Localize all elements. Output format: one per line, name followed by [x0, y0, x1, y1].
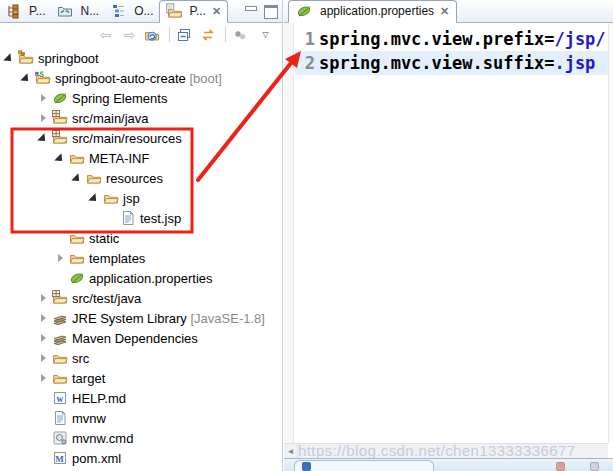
tree-item-templates[interactable]: templates: [0, 248, 282, 268]
focus-view-icon[interactable]: [233, 26, 250, 43]
tree-item-label: springboot: [38, 51, 99, 66]
svg-text:w: w: [57, 394, 64, 404]
go-into-folder-icon[interactable]: [145, 26, 162, 43]
caret-collapsed-icon[interactable]: [38, 372, 51, 385]
left-tab-bar: P... N... O... P... ✕: [0, 0, 282, 23]
caret-collapsed-icon[interactable]: [38, 332, 51, 345]
caret-spacer: [38, 432, 51, 445]
property-key: spring.mvc.view.suffix=: [319, 51, 554, 75]
package-explorer-icon: [166, 3, 182, 19]
caret-expanded-icon[interactable]: [21, 72, 34, 85]
tab-package-explorer[interactable]: P... ✕: [159, 0, 228, 23]
svg-text:S: S: [40, 70, 45, 79]
caret-collapsed-icon[interactable]: [38, 312, 51, 325]
tree-item-resources[interactable]: resources: [0, 168, 282, 188]
caret-expanded-icon[interactable]: [4, 52, 17, 65]
caret-collapsed-icon[interactable]: [38, 92, 51, 105]
caret-expanded-icon[interactable]: [89, 192, 102, 205]
cmd-file-icon: [52, 430, 68, 446]
link-with-editor-icon[interactable]: [201, 26, 218, 43]
editor-tab-application-properties[interactable]: application.properties ✕: [288, 0, 457, 23]
tree-body: springbootMSspringboot-auto-create [boot…: [0, 48, 282, 471]
tree-item-test-jsp[interactable]: test.jsp: [0, 208, 282, 228]
line-number: 1: [295, 27, 315, 51]
editor-area: application.properties ✕ 1spring.mvc.vie…: [284, 0, 613, 458]
folder-icon: [86, 170, 102, 186]
folder-icon: [69, 150, 85, 166]
caret-spacer: [55, 272, 68, 285]
tree-item-static[interactable]: static: [0, 228, 282, 248]
text-file-icon: [52, 410, 68, 426]
tree-item-target[interactable]: target: [0, 368, 282, 388]
scroll-left-icon[interactable]: ◄: [284, 444, 298, 458]
minimize-icon[interactable]: [244, 5, 257, 16]
bottom-view-tab[interactable]: [294, 460, 434, 471]
caret-collapsed-icon[interactable]: [55, 252, 68, 265]
spring-leaf-icon: [296, 3, 312, 19]
svg-text:M: M: [35, 70, 39, 77]
collapse-all-icon[interactable]: [177, 26, 194, 43]
code-line-1[interactable]: 1spring.mvc.view.prefix=/jsp/: [295, 27, 608, 51]
horizontal-scrollbar[interactable]: ◄: [284, 443, 608, 458]
folder-icon: [69, 250, 85, 266]
tree-item-spring-elements[interactable]: Spring Elements: [0, 88, 282, 108]
tree-item-label: src/test/java: [72, 291, 141, 306]
tree-item-meta-inf[interactable]: META-INF: [0, 148, 282, 168]
caret-expanded-icon[interactable]: [38, 132, 51, 145]
tree-item-mvnw[interactable]: mvnw: [0, 408, 282, 428]
caret-collapsed-icon[interactable]: [38, 112, 51, 125]
tree-item-label: resources: [106, 171, 163, 186]
tree-item-label: static: [89, 231, 119, 246]
view-menu-icon[interactable]: ▽: [257, 26, 274, 43]
red-view-icon: [556, 462, 565, 471]
tree-item-label: Spring Elements: [72, 91, 167, 106]
tree-item-mvnw-cmd[interactable]: mvnw.cmd: [0, 428, 282, 448]
caret-collapsed-icon[interactable]: [38, 292, 51, 305]
tree-item-src-test-java[interactable]: src/test/java: [0, 288, 282, 308]
line-number: 2: [295, 51, 315, 75]
tab-project-explorer[interactable]: P...: [0, 0, 51, 22]
tree-item-jre-system-library[interactable]: JRE System Library [JavaSE-1.8]: [0, 308, 282, 328]
tree-item-label: JRE System Library: [72, 311, 187, 326]
tree-item-label: application.properties: [89, 271, 213, 286]
tree-item-src-main-java[interactable]: src/main/java: [0, 108, 282, 128]
tree-item-label: pom.xml: [72, 451, 121, 466]
tree-item-label: src/main/java: [72, 111, 149, 126]
code-line-2[interactable]: 2spring.mvc.view.suffix=.jsp: [295, 51, 608, 75]
tree-item-springboot-auto-create[interactable]: MSspringboot-auto-create [boot]: [0, 68, 282, 88]
code-area[interactable]: 1spring.mvc.view.prefix=/jsp/2spring.mvc…: [284, 23, 608, 443]
tree-item-label: target: [72, 371, 105, 386]
property-key: spring.mvc.view.prefix=: [319, 27, 554, 51]
editor-tab-bar: application.properties ✕: [284, 0, 613, 23]
maximize-icon[interactable]: [264, 5, 277, 16]
close-icon[interactable]: ✕: [440, 5, 449, 18]
tree-item-pom-xml[interactable]: Mpom.xml: [0, 448, 282, 468]
caret-expanded-icon[interactable]: [72, 172, 85, 185]
bottom-view-strip: [284, 458, 613, 471]
tab-label: N...: [80, 4, 99, 18]
tree-item-maven-dependencies[interactable]: Maven Dependencies: [0, 328, 282, 348]
spring-leaf-icon: [69, 270, 85, 286]
overview-ruler: [608, 23, 613, 443]
tree-item-label: src/main/resources: [72, 131, 182, 146]
tab-outline[interactable]: O...: [105, 0, 159, 22]
forward-arrow-icon[interactable]: ⇨: [121, 26, 138, 43]
tree-item-application-properties[interactable]: application.properties: [0, 268, 282, 288]
caret-expanded-icon[interactable]: [55, 152, 68, 165]
tree-item-src[interactable]: src: [0, 348, 282, 368]
editor-tab-label: application.properties: [320, 4, 434, 18]
library-icon: [52, 330, 68, 346]
tab-navigator[interactable]: N...: [51, 0, 105, 22]
back-arrow-icon[interactable]: ⇦: [97, 26, 114, 43]
tree-item-springboot[interactable]: springboot: [0, 48, 282, 68]
editor-left-ruler: [284, 23, 294, 443]
tree-item-src-main-resources[interactable]: src/main/resources: [0, 128, 282, 148]
navigator-icon: [57, 3, 73, 19]
folder-icon: [52, 350, 68, 366]
tree-item-jsp[interactable]: jsp: [0, 188, 282, 208]
gray-view-icon: [590, 462, 599, 471]
tree-item-decoration: [boot]: [186, 71, 222, 86]
caret-collapsed-icon[interactable]: [38, 352, 51, 365]
tree-item-help-md[interactable]: wHELP.md: [0, 388, 282, 408]
close-icon[interactable]: ✕: [212, 5, 221, 18]
